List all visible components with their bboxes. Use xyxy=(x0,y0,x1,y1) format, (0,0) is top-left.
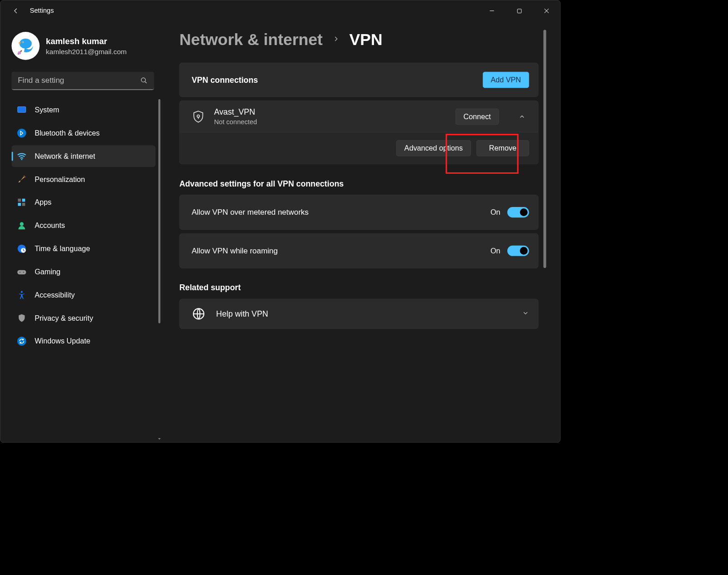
sidebar-item-gaming[interactable]: Gaming xyxy=(11,261,155,283)
sidebar-item-label: Personalization xyxy=(35,175,85,183)
toggle-roaming-card: Allow VPN while roaming On xyxy=(179,233,538,268)
sidebar-item-label: Privacy & security xyxy=(35,314,93,322)
svg-point-4 xyxy=(22,42,23,43)
display-icon xyxy=(16,105,27,115)
svg-rect-7 xyxy=(18,107,26,113)
sidebar-item-system[interactable]: System xyxy=(11,99,155,121)
sidebar-item-bluetooth[interactable]: Bluetooth & devices xyxy=(11,122,155,144)
svg-point-6 xyxy=(141,78,145,82)
update-icon xyxy=(16,336,27,346)
search-input[interactable] xyxy=(11,72,154,90)
profile-block[interactable]: kamlesh kumar kamlesh2011@gmail.com xyxy=(11,32,160,60)
svg-point-10 xyxy=(21,159,22,160)
toggle-roaming[interactable] xyxy=(507,246,529,256)
toggle-metered-card: Allow VPN over metered networks On xyxy=(179,195,538,230)
chevron-down-icon xyxy=(522,310,529,318)
svg-point-5 xyxy=(18,51,21,55)
profile-email: kamlesh2011@gmail.com xyxy=(46,47,126,55)
toggle-metered[interactable] xyxy=(507,207,529,217)
chevron-right-icon xyxy=(333,34,339,45)
sidebar-item-time-language[interactable]: Time & language xyxy=(11,238,155,260)
svg-point-23 xyxy=(197,115,199,117)
toggle-label: Allow VPN while roaming xyxy=(192,246,483,255)
toggle-label: Allow VPN over metered networks xyxy=(192,208,483,217)
vpn-connections-heading: VPN connections xyxy=(192,75,258,85)
svg-point-19 xyxy=(20,272,20,272)
person-icon xyxy=(16,220,27,231)
remove-button[interactable]: Remove xyxy=(476,140,529,156)
related-support-heading: Related support xyxy=(179,283,538,293)
window-title: Settings xyxy=(30,7,54,15)
sidebar: kamlesh kumar kamlesh2011@gmail.com Syst xyxy=(0,21,163,443)
help-card[interactable]: Help with VPN xyxy=(179,299,538,329)
breadcrumb-current: VPN xyxy=(349,30,383,49)
svg-rect-18 xyxy=(17,270,26,275)
maximize-button[interactable] xyxy=(506,2,533,20)
sidebar-item-label: Accessibility xyxy=(35,291,75,299)
breadcrumb: Network & internet VPN xyxy=(179,30,538,49)
collapse-button[interactable] xyxy=(515,110,529,124)
sidebar-item-network[interactable]: Network & internet xyxy=(11,146,155,167)
sidebar-item-apps[interactable]: Apps xyxy=(11,192,155,213)
paintbrush-icon xyxy=(16,174,27,185)
svg-rect-14 xyxy=(22,203,25,206)
close-button[interactable] xyxy=(533,2,560,20)
apps-icon xyxy=(16,197,27,208)
sidebar-item-label: Windows Update xyxy=(35,337,90,345)
svg-point-1 xyxy=(20,39,32,49)
sidebar-item-update[interactable]: Windows Update xyxy=(11,330,155,352)
main-scrollbar[interactable] xyxy=(543,30,547,442)
vpn-shield-icon xyxy=(192,110,205,123)
advanced-settings-heading: Advanced settings for all VPN connection… xyxy=(179,179,538,188)
wifi-icon xyxy=(16,151,27,161)
advanced-options-button[interactable]: Advanced options xyxy=(396,140,471,156)
sidebar-item-label: Time & language xyxy=(35,244,90,252)
svg-point-21 xyxy=(21,291,23,293)
sidebar-item-privacy[interactable]: Privacy & security xyxy=(11,307,155,329)
chevron-up-icon xyxy=(519,113,526,120)
vpn-connection-item: Avast_VPN Not connected Connect Advanced… xyxy=(179,101,538,164)
sidebar-item-accounts[interactable]: Accounts xyxy=(11,215,155,237)
sidebar-item-label: Bluetooth & devices xyxy=(35,129,100,137)
shield-icon xyxy=(16,313,27,323)
back-button[interactable] xyxy=(7,2,25,20)
connect-button[interactable]: Connect xyxy=(455,108,499,124)
sidebar-item-label: Apps xyxy=(35,198,51,207)
breadcrumb-parent[interactable]: Network & internet xyxy=(179,30,323,49)
minimize-button[interactable] xyxy=(478,2,506,20)
bluetooth-icon xyxy=(16,128,27,138)
sidebar-item-label: System xyxy=(35,106,59,114)
sidebar-item-label: Network & internet xyxy=(35,152,95,160)
svg-rect-0 xyxy=(517,9,521,13)
scroll-down-icon[interactable] xyxy=(157,436,161,443)
help-label: Help with VPN xyxy=(216,309,511,319)
clock-globe-icon xyxy=(16,243,27,254)
vpn-status: Not connected xyxy=(214,118,257,126)
globe-icon xyxy=(192,307,206,321)
sidebar-item-accessibility[interactable]: Accessibility xyxy=(11,284,155,306)
accessibility-icon xyxy=(16,290,27,300)
scrollbar-thumb[interactable] xyxy=(543,30,546,268)
svg-point-22 xyxy=(17,337,26,346)
titlebar: Settings xyxy=(0,0,560,21)
svg-rect-13 xyxy=(18,203,21,206)
add-vpn-button[interactable]: Add VPN xyxy=(483,72,529,88)
scrollbar-thumb[interactable] xyxy=(158,99,161,323)
avatar xyxy=(11,32,40,60)
sidebar-scrollbar[interactable] xyxy=(158,99,161,443)
gamepad-icon xyxy=(16,267,27,277)
nav-list: System Bluetooth & devices Network & int… xyxy=(11,99,160,352)
search-icon xyxy=(140,77,148,86)
sidebar-item-label: Gaming xyxy=(35,267,61,276)
svg-point-20 xyxy=(23,272,24,272)
vpn-name: Avast_VPN xyxy=(214,107,257,117)
svg-point-15 xyxy=(20,222,24,226)
svg-point-9 xyxy=(17,129,26,138)
toggle-state: On xyxy=(490,247,500,255)
svg-rect-11 xyxy=(18,199,21,202)
vpn-connections-header-card: VPN connections Add VPN xyxy=(179,63,538,97)
sidebar-item-label: Accounts xyxy=(35,222,65,230)
svg-rect-12 xyxy=(22,199,25,202)
sidebar-item-personalization[interactable]: Personalization xyxy=(11,168,155,190)
toggle-state: On xyxy=(490,208,500,216)
